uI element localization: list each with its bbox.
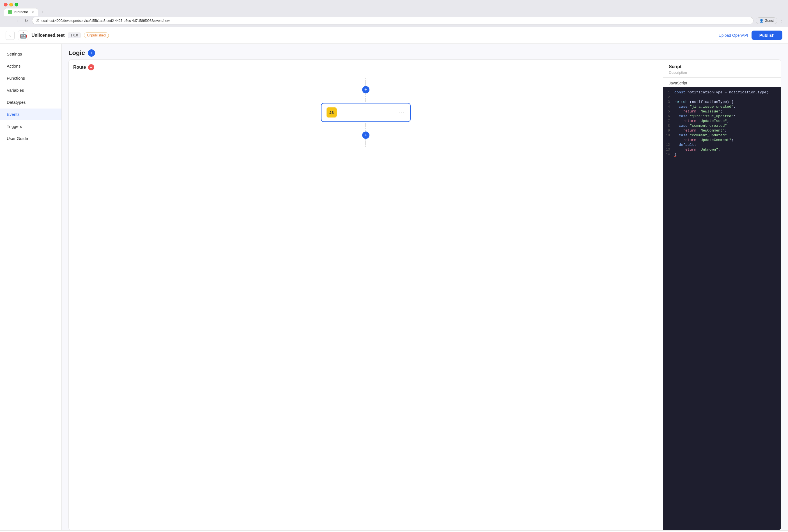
sidebar-item-label: Variables xyxy=(7,88,24,93)
sidebar-item-label: Settings xyxy=(7,52,22,56)
code-line-9: 9 return "NewComment"; xyxy=(663,128,781,133)
refresh-nav-button[interactable]: ↻ xyxy=(23,18,30,23)
code-line-11: 11 return "UpdateComment"; xyxy=(663,138,781,142)
traffic-lights xyxy=(4,3,18,6)
url-bar[interactable]: ⓘ localhost:4000/developer/service/c55b1… xyxy=(32,17,753,24)
flow-area: + JS ··· + xyxy=(73,75,658,147)
sidebar-item-label: Actions xyxy=(7,64,20,68)
publish-button[interactable]: Publish xyxy=(751,31,782,40)
connector-line-bottom xyxy=(366,139,366,147)
sidebar-item-variables[interactable]: Variables xyxy=(0,84,61,96)
version-badge: 1.0.0 xyxy=(68,33,80,38)
active-tab[interactable]: ⓘ Interactor ✕ xyxy=(4,8,38,16)
line-number: 6 xyxy=(663,114,674,118)
tab-title: Interactor xyxy=(14,10,28,14)
back-nav-button[interactable]: ← xyxy=(4,18,11,23)
main-layout: Settings Actions Functions Variables Dat… xyxy=(0,44,788,530)
code-line-3: 3 switch (notificationType) { xyxy=(663,100,781,104)
line-number: 8 xyxy=(663,124,674,128)
route-label: Route xyxy=(73,65,86,70)
js-label-area: JavaScript xyxy=(663,78,781,87)
bottom-bar: You've changed in Event Save changes xyxy=(0,530,788,532)
url-text: localhost:4000/developer/service/c55b1aa… xyxy=(41,19,750,23)
back-button[interactable]: ‹ xyxy=(6,31,15,40)
upload-openapi-link[interactable]: Upload OpenAPI xyxy=(719,33,748,38)
line-number: 7 xyxy=(663,119,674,123)
js-block-menu-icon[interactable]: ··· xyxy=(399,110,405,116)
title-bar xyxy=(0,0,788,8)
line-code xyxy=(674,95,677,99)
line-number: 13 xyxy=(663,147,674,152)
code-line-7: 7 return "UpdateIssue"; xyxy=(663,119,781,123)
close-traffic-light[interactable] xyxy=(4,3,7,6)
line-number: 14 xyxy=(663,152,674,157)
info-icon: ⓘ xyxy=(36,18,39,23)
line-code: case "jira:issue_updated": xyxy=(674,114,735,118)
script-panel: Script Description JavaScript 1 const no… xyxy=(663,60,781,530)
connector-line-lower xyxy=(366,123,366,132)
flow-add-bottom-button[interactable]: + xyxy=(362,132,370,139)
remove-route-button[interactable]: − xyxy=(88,64,94,71)
guest-label: Guest xyxy=(765,19,774,23)
browser-chrome: ⓘ Interactor ✕ + ← → ↻ ⓘ localhost:4000/… xyxy=(0,0,788,27)
route-panel: Route − + JS ··· + xyxy=(68,59,781,530)
sidebar-item-actions[interactable]: Actions xyxy=(0,60,61,72)
app-name: Unlicensed.test xyxy=(32,33,64,38)
sidebar-item-datatypes[interactable]: Datatypes xyxy=(0,97,61,108)
logo-emoji: 🤖 xyxy=(19,32,27,39)
line-code: return "NewIssue"; xyxy=(674,110,723,114)
sidebar-item-triggers[interactable]: Triggers xyxy=(0,121,61,132)
code-editor[interactable]: 1 const notificationType = notification.… xyxy=(663,87,781,530)
line-code: case "jira:issue_created": xyxy=(674,105,735,109)
code-line-12: 12 default: xyxy=(663,142,781,147)
line-number: 9 xyxy=(663,129,674,133)
line-number: 4 xyxy=(663,105,674,109)
tab-bar: ⓘ Interactor ✕ + xyxy=(0,8,788,16)
js-section-title: JavaScript xyxy=(669,81,687,85)
js-icon: JS xyxy=(327,107,337,118)
script-title: Script xyxy=(669,64,775,69)
app-logo: 🤖 xyxy=(18,30,28,40)
line-number: 10 xyxy=(663,133,674,137)
maximize-traffic-light[interactable] xyxy=(15,3,18,6)
guest-button[interactable]: 👤 Guest xyxy=(756,17,777,24)
line-code: return "UpdateIssue"; xyxy=(674,119,729,123)
sidebar-item-functions[interactable]: Functions xyxy=(0,72,61,84)
code-line-6: 6 case "jira:issue_updated": xyxy=(663,114,781,119)
content-area: Logic + Route − + JS ··· xyxy=(62,44,788,530)
code-line-4: 4 case "jira:issue_created": xyxy=(663,104,781,109)
line-number: 12 xyxy=(663,143,674,147)
line-code: default: xyxy=(674,143,696,147)
code-line-8: 8 case "comment_created": xyxy=(663,123,781,128)
line-code: switch (notificationType) { xyxy=(674,100,733,104)
sidebar-item-events[interactable]: Events xyxy=(0,109,61,120)
new-tab-button[interactable]: + xyxy=(39,8,46,16)
flow-add-top-button[interactable]: + xyxy=(362,86,370,93)
sidebar-item-label: User Guide xyxy=(7,136,28,141)
code-line-14: 14 } xyxy=(663,152,781,157)
forward-nav-button[interactable]: → xyxy=(14,18,21,23)
sidebar-item-user-guide[interactable]: User Guide xyxy=(0,133,61,144)
back-arrow-icon: ‹ xyxy=(9,33,11,38)
connector-line-top xyxy=(366,78,366,86)
line-number: 1 xyxy=(663,90,674,95)
line-number: 11 xyxy=(663,138,674,142)
logic-header: Logic + xyxy=(62,44,788,59)
user-icon: 👤 xyxy=(760,19,764,23)
sidebar-item-settings[interactable]: Settings xyxy=(0,48,61,60)
line-number: 3 xyxy=(663,100,674,104)
js-block[interactable]: JS ··· xyxy=(321,103,411,122)
minimize-traffic-light[interactable] xyxy=(9,3,13,6)
more-options-button[interactable]: ⋮ xyxy=(780,18,784,23)
line-code: return "NewComment"; xyxy=(674,129,727,133)
line-number: 2 xyxy=(663,95,674,99)
line-code: } xyxy=(674,152,677,157)
line-code: return "UpdateComment"; xyxy=(674,138,733,142)
line-code: case "comment_created": xyxy=(674,124,729,128)
code-line-13: 13 return "Unknown"; xyxy=(663,147,781,152)
tab-close-btn[interactable]: ✕ xyxy=(32,11,34,14)
sidebar-item-label: Triggers xyxy=(7,124,22,129)
add-logic-button[interactable]: + xyxy=(88,50,95,57)
code-line-1: 1 const notificationType = notification.… xyxy=(663,90,781,95)
sidebar-item-label: Events xyxy=(7,112,20,117)
